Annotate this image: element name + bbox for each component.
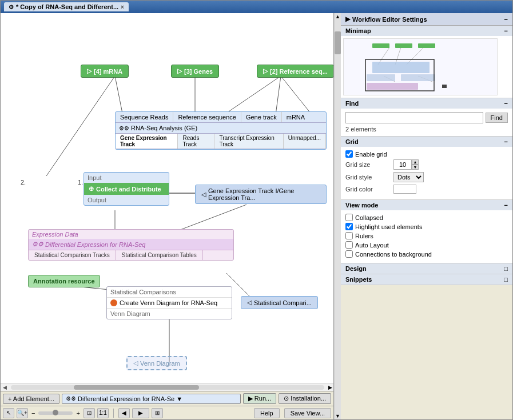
find-input[interactable]	[345, 112, 483, 123]
workflow-icon: ⚙⚙	[66, 395, 76, 402]
zoom-slider[interactable]	[38, 411, 73, 415]
scroll-left-button[interactable]: ◀	[1, 383, 9, 391]
collect-distribute-node[interactable]: Input ⊕ Collect and Distribute Output	[83, 172, 169, 206]
installation-button[interactable]: ⊙ Installation...	[279, 393, 331, 404]
grid-size-spinner: 10 ▲ ▼	[393, 159, 419, 170]
app-window: ⚙ * Copy of RNA-Seq and Different... ×	[0, 0, 513, 420]
tab-reads[interactable]: Reads Track	[178, 134, 214, 149]
enable-grid-checkbox[interactable]	[345, 150, 353, 158]
panel-header-minimize[interactable]: −	[504, 16, 508, 23]
rnaseq-header-icon: ⚙⚙	[119, 125, 129, 131]
vscroll-up[interactable]: ▲	[335, 13, 341, 20]
canvas-vscroll[interactable]: ▲ ▼	[334, 13, 341, 419]
expr-data-tabs: Statistical Comparison Tracks Statistica…	[29, 250, 233, 260]
highlight-checkbox[interactable]	[345, 223, 353, 230]
title-tab[interactable]: ⚙ * Copy of RNA-Seq and Different... ×	[4, 2, 129, 11]
connections-bg-label: Connections to background	[355, 251, 432, 258]
annotation-resource-node[interactable]: Annotation resource	[28, 275, 100, 287]
hscroll-track[interactable]	[11, 385, 324, 390]
stat-comp-node[interactable]: Statistical Comparisons Create Venn Diag…	[106, 286, 232, 319]
design-header[interactable]: Design □	[341, 263, 512, 274]
genes-node[interactable]: ▷ [3] Genes	[171, 65, 219, 78]
tab-unmapped[interactable]: Unmapped...	[284, 134, 326, 149]
mrna-node[interactable]: ▷ [4] mRNA	[81, 65, 129, 78]
close-tab-button[interactable]: ×	[121, 4, 124, 10]
highlight-row: Highlight used elements	[345, 223, 508, 230]
run-button[interactable]: ▶ Run...	[243, 393, 276, 404]
design-section: Design □	[341, 263, 512, 274]
nav-bar: ↖ 🔍+ − + ⊡ 1:1 ◀ ▶ ⊞ Help Save Vi	[1, 406, 333, 419]
minimap-header[interactable]: Minimap −	[341, 26, 512, 36]
stat-comp-item: Create Venn Diagram for RNA-Seq	[107, 298, 232, 308]
rnaseq-header-label: RNA-Seq Analysis (GE)	[131, 125, 197, 131]
connections-bg-row: Connections to background	[345, 250, 508, 258]
collapsed-checkbox[interactable]	[345, 214, 353, 221]
rnaseq-node[interactable]: Sequence Reads Reference sequence Gene t…	[115, 111, 327, 150]
ratio-button[interactable]: 1:1	[97, 408, 109, 418]
spin-down-button[interactable]: ▼	[412, 165, 419, 170]
find-button[interactable]: Find	[486, 113, 508, 123]
grid-color-picker[interactable]	[393, 185, 416, 194]
view-mode-toggle: −	[504, 202, 508, 209]
collect-main-label: ⊕ Collect and Distribute	[84, 183, 169, 195]
svg-rect-20	[372, 62, 430, 73]
auto-layout-checkbox[interactable]	[345, 241, 353, 249]
scroll-right-button[interactable]: ▶	[327, 385, 333, 390]
stat-comp-header: Statistical Comparisons	[107, 287, 232, 298]
workflow-canvas: ▷ [4] mRNA ▷ [3] Genes ▷ [2] Reference s…	[1, 13, 333, 383]
workflow-name-button[interactable]: ⚙⚙ Differential Expression for RNA-Se ▼	[62, 394, 241, 404]
next-button[interactable]: ▶	[132, 408, 149, 418]
rulers-label: Rulers	[355, 233, 373, 239]
tab-transcript[interactable]: Transcript Expression Track	[214, 134, 283, 149]
grid-size-input[interactable]: 10	[393, 159, 412, 170]
tab-stat-tables[interactable]: Statistical Comparison Tables	[116, 250, 203, 260]
expr-data-node[interactable]: Expression Data ⚙⚙ Differential Expressi…	[28, 229, 234, 261]
right-panel: ▶ Workflow Editor Settings − Minimap −	[341, 13, 512, 419]
minimap-label: Minimap	[345, 27, 371, 34]
find-row: Find	[345, 112, 508, 123]
fit-button[interactable]: ⊡	[83, 408, 95, 418]
view-mode-header[interactable]: View mode −	[341, 200, 512, 210]
canvas-content[interactable]: ▷ [4] mRNA ▷ [3] Genes ▷ [2] Reference s…	[1, 13, 333, 383]
venn-diagram-node[interactable]: ◁ Venn Diagram	[126, 356, 187, 370]
spin-up-button[interactable]: ▲	[412, 159, 419, 165]
cursor-mode-button[interactable]: ↖	[3, 408, 14, 418]
rnaseq-tabs: Gene Expression Track Reads Track Transc…	[116, 134, 326, 149]
main-area: ▷ [4] mRNA ▷ [3] Genes ▷ [2] Reference s…	[1, 13, 512, 419]
stat-comp-arrow-node[interactable]: ◁ Statistical Compari...	[241, 296, 318, 309]
stat-comp-icon	[110, 299, 117, 306]
arrow-icon: ◁	[247, 299, 252, 306]
expr-data-sub-label: Differential Expression for RNA-Seq	[45, 241, 145, 248]
expr-track-node[interactable]: ◁ Gene Expression Track I/Gene Expressio…	[195, 185, 327, 204]
enable-grid-label: Enable grid	[355, 151, 387, 158]
vscroll-down[interactable]: ▼	[335, 413, 341, 419]
add-element-button[interactable]: + Add Element...	[3, 394, 59, 404]
refseq-node[interactable]: ▷ [2] Reference seq...	[257, 65, 333, 78]
grid-style-select[interactable]: Dots Lines	[393, 172, 424, 182]
connections-bg-checkbox[interactable]	[345, 250, 353, 258]
venn-icon: ◁	[133, 359, 138, 367]
panel-header: ▶ Workflow Editor Settings −	[341, 13, 512, 26]
svg-line-0	[46, 76, 115, 176]
zoom-in-button[interactable]: 🔍+	[17, 408, 28, 418]
spin-buttons: ▲ ▼	[412, 159, 419, 170]
save-view-button[interactable]: Save View...	[284, 408, 331, 418]
snippets-header[interactable]: Snippets □	[341, 274, 512, 285]
prev-button[interactable]: ◀	[118, 408, 130, 418]
refseq-label: [2] Reference seq...	[270, 68, 328, 75]
help-button[interactable]: Help	[254, 408, 280, 418]
genes-label: [3] Genes	[184, 68, 213, 75]
install-label: ⊙ Installation...	[284, 395, 326, 402]
workflow-dropdown: ▼	[176, 395, 182, 402]
vscroll-thumb[interactable]	[335, 31, 341, 54]
tab-stat-tracks[interactable]: Statistical Comparison Tracks	[29, 250, 116, 260]
rulers-checkbox[interactable]	[345, 232, 353, 239]
tab-gene-expression[interactable]: Gene Expression Track	[116, 134, 178, 149]
grid-button[interactable]: ⊞	[152, 408, 163, 418]
svg-rect-18	[395, 43, 412, 48]
find-header[interactable]: Find −	[341, 98, 512, 109]
find-label: Find	[345, 100, 359, 107]
svg-rect-17	[372, 43, 389, 48]
grid-header[interactable]: Grid −	[341, 137, 512, 147]
hscroll-thumb[interactable]	[74, 385, 199, 390]
